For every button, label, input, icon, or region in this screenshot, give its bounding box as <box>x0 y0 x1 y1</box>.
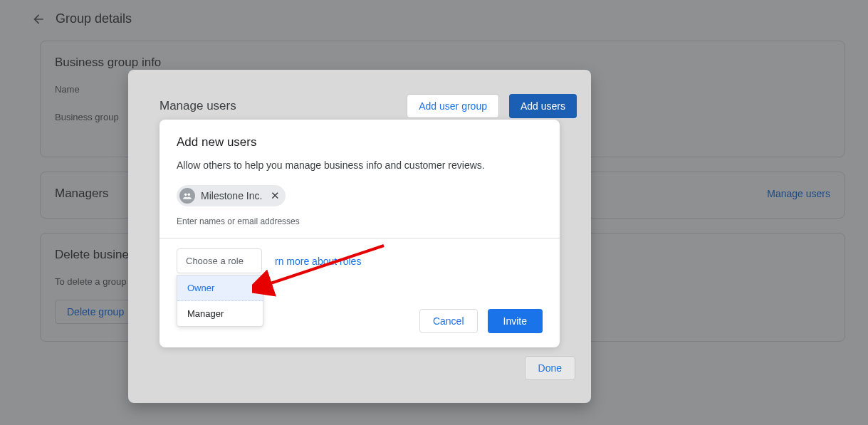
add-new-users-modal: Add new users Allow others to help you m… <box>160 120 560 347</box>
done-button[interactable]: Done <box>525 356 575 380</box>
group-avatar-icon <box>179 188 195 204</box>
role-dropdown: Owner Manager <box>177 275 263 327</box>
manage-users-modal: Manage users Add user group Add users Do… <box>128 70 591 403</box>
svg-point-1 <box>188 194 191 196</box>
role-option-manager[interactable]: Manager <box>177 301 263 326</box>
inner-modal-description: Allow others to help you manage business… <box>177 159 543 171</box>
role-select[interactable]: Choose a role Owner Manager <box>177 248 262 273</box>
chip-remove-icon[interactable]: ✕ <box>271 189 280 202</box>
add-users-button[interactable]: Add users <box>509 94 577 118</box>
user-chip[interactable]: Milestone Inc. ✕ <box>177 185 286 206</box>
cancel-button[interactable]: Cancel <box>419 309 478 333</box>
role-option-owner[interactable]: Owner <box>177 276 263 301</box>
invite-button[interactable]: Invite <box>488 309 543 333</box>
inner-modal-title: Add new users <box>177 135 543 149</box>
input-hint[interactable]: Enter names or email addresses <box>177 216 543 226</box>
learn-more-roles-link[interactable]: rn more about roles <box>275 248 361 267</box>
divider <box>160 238 560 238</box>
role-select-trigger[interactable]: Choose a role <box>177 249 261 273</box>
add-user-group-button[interactable]: Add user group <box>407 94 499 118</box>
chip-label: Milestone Inc. <box>201 190 262 201</box>
manage-users-title: Manage users <box>160 99 236 113</box>
svg-point-0 <box>184 194 187 196</box>
